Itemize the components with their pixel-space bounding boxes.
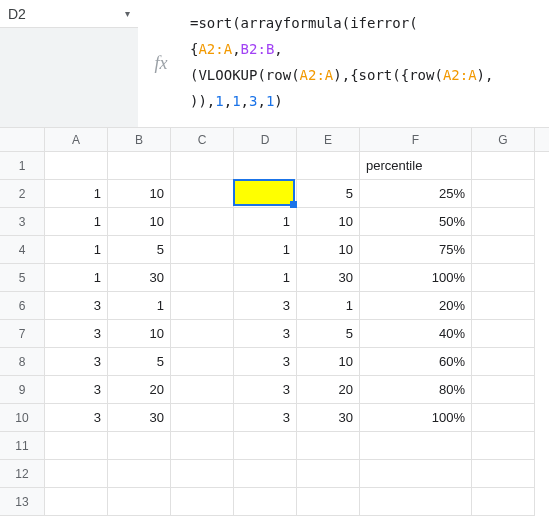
column-header-D[interactable]: D [234,128,297,151]
cell-G5[interactable] [472,264,535,292]
cell-D5[interactable]: 1 [234,264,297,292]
column-header-F[interactable]: F [360,128,472,151]
cell-E7[interactable]: 5 [297,320,360,348]
cell-B1[interactable] [108,152,171,180]
cell-C4[interactable] [171,236,234,264]
row-header-11[interactable]: 11 [0,432,45,460]
cell-F6[interactable]: 20% [360,292,472,320]
cell-B10[interactable]: 30 [108,404,171,432]
column-header-E[interactable]: E [297,128,360,151]
row-header-2[interactable]: 2 [0,180,45,208]
cell-D6[interactable]: 3 [234,292,297,320]
cell-E8[interactable]: 10 [297,348,360,376]
cell-G8[interactable] [472,348,535,376]
cell-B7[interactable]: 10 [108,320,171,348]
cell-E9[interactable]: 20 [297,376,360,404]
cell-G12[interactable] [472,460,535,488]
cell-C1[interactable] [171,152,234,180]
namebox[interactable]: D2 ▾ [0,0,138,28]
row-header-5[interactable]: 5 [0,264,45,292]
cell-C11[interactable] [171,432,234,460]
cell-A2[interactable]: 1 [45,180,108,208]
cell-E2[interactable]: 5 [297,180,360,208]
row-header-1[interactable]: 1 [0,152,45,180]
cell-G4[interactable] [472,236,535,264]
cell-E12[interactable] [297,460,360,488]
cell-G2[interactable] [472,180,535,208]
cell-B12[interactable] [108,460,171,488]
cell-F1[interactable]: percentile [360,152,472,180]
cell-F4[interactable]: 75% [360,236,472,264]
column-header-C[interactable]: C [171,128,234,151]
cell-G3[interactable] [472,208,535,236]
cell-E6[interactable]: 1 [297,292,360,320]
row-header-9[interactable]: 9 [0,376,45,404]
cell-A5[interactable]: 1 [45,264,108,292]
cell-D11[interactable] [234,432,297,460]
cell-D2[interactable]: 1 [234,180,297,208]
cell-A7[interactable]: 3 [45,320,108,348]
cell-A13[interactable] [45,488,108,516]
cell-G10[interactable] [472,404,535,432]
cell-F2[interactable]: 25% [360,180,472,208]
cell-D4[interactable]: 1 [234,236,297,264]
cell-E10[interactable]: 30 [297,404,360,432]
namebox-dropdown-icon[interactable]: ▾ [125,8,130,19]
cell-E4[interactable]: 10 [297,236,360,264]
cell-E11[interactable] [297,432,360,460]
cell-F13[interactable] [360,488,472,516]
cell-D1[interactable] [234,152,297,180]
cell-D3[interactable]: 1 [234,208,297,236]
row-header-7[interactable]: 7 [0,320,45,348]
cell-A4[interactable]: 1 [45,236,108,264]
cell-F5[interactable]: 100% [360,264,472,292]
cell-B8[interactable]: 5 [108,348,171,376]
cell-G7[interactable] [472,320,535,348]
cell-C8[interactable] [171,348,234,376]
cell-D9[interactable]: 3 [234,376,297,404]
cell-D7[interactable]: 3 [234,320,297,348]
cell-G11[interactable] [472,432,535,460]
column-header-G[interactable]: G [472,128,535,151]
row-header-6[interactable]: 6 [0,292,45,320]
cell-C13[interactable] [171,488,234,516]
row-header-10[interactable]: 10 [0,404,45,432]
cell-A11[interactable] [45,432,108,460]
cell-D13[interactable] [234,488,297,516]
row-header-12[interactable]: 12 [0,460,45,488]
cell-G6[interactable] [472,292,535,320]
cell-F7[interactable]: 40% [360,320,472,348]
cell-G13[interactable] [472,488,535,516]
cell-B9[interactable]: 20 [108,376,171,404]
column-header-A[interactable]: A [45,128,108,151]
cell-A8[interactable]: 3 [45,348,108,376]
cell-F9[interactable]: 80% [360,376,472,404]
cell-G9[interactable] [472,376,535,404]
row-header-4[interactable]: 4 [0,236,45,264]
cell-D8[interactable]: 3 [234,348,297,376]
column-header-B[interactable]: B [108,128,171,151]
cell-C3[interactable] [171,208,234,236]
formula-input[interactable]: =sort(arrayformula(iferror({A2:A,B2:B,(V… [184,0,549,127]
cell-B13[interactable] [108,488,171,516]
cell-B3[interactable]: 10 [108,208,171,236]
cell-A9[interactable]: 3 [45,376,108,404]
row-header-3[interactable]: 3 [0,208,45,236]
cell-A1[interactable] [45,152,108,180]
cell-F11[interactable] [360,432,472,460]
cell-G1[interactable] [472,152,535,180]
cell-F10[interactable]: 100% [360,404,472,432]
row-header-13[interactable]: 13 [0,488,45,516]
cell-F3[interactable]: 50% [360,208,472,236]
cell-B6[interactable]: 1 [108,292,171,320]
cell-B11[interactable] [108,432,171,460]
cell-C7[interactable] [171,320,234,348]
cell-A12[interactable] [45,460,108,488]
cell-F8[interactable]: 60% [360,348,472,376]
cell-C10[interactable] [171,404,234,432]
cell-A10[interactable]: 3 [45,404,108,432]
cell-C2[interactable] [171,180,234,208]
row-header-8[interactable]: 8 [0,348,45,376]
cell-E13[interactable] [297,488,360,516]
cell-B4[interactable]: 5 [108,236,171,264]
